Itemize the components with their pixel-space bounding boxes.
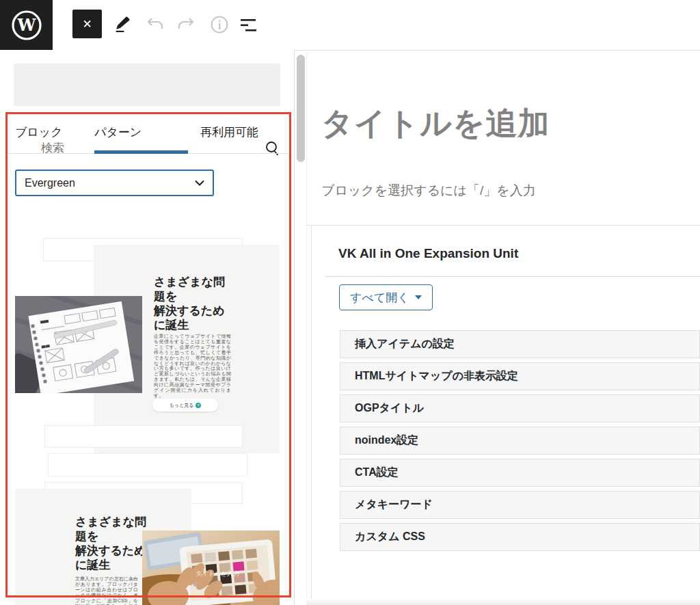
metabox-accordion-row[interactable]: 挿入アイテムの設定 — [340, 330, 700, 358]
pattern-placeholder-bar — [48, 453, 247, 476]
content-metabox-divider — [306, 225, 700, 226]
redo-icon — [177, 17, 195, 32]
inserter-tabs: ブロック パターン 再利用可能 — [6, 113, 288, 154]
more-label: もっと見る — [170, 402, 194, 409]
metabox-accordion-row[interactable]: CTA設定 — [340, 459, 700, 487]
details-button[interactable] — [208, 14, 230, 36]
pattern-category-value: Evergreen — [25, 177, 75, 189]
undo-icon — [146, 17, 164, 32]
expand-all-button[interactable]: すべて開く — [339, 284, 433, 310]
pattern-preview-1[interactable]: タイトルを入力 さまざまな問 題を 解決するため に誕生 企業にとってウェブサイ… — [0, 232, 294, 414]
pattern1-notebook-photo: タイトルを入力 — [15, 296, 142, 393]
tab-reusable[interactable]: 再利用可能 — [200, 124, 258, 140]
wordpress-logo-button[interactable]: W — [0, 0, 53, 51]
undo-button[interactable] — [144, 14, 166, 35]
list-view-button[interactable] — [239, 16, 262, 34]
post-title-input[interactable]: タイトルを追加 — [321, 103, 550, 145]
tab-blocks[interactable]: ブロック — [15, 124, 63, 140]
list-view-icon — [240, 18, 262, 33]
metabox-left-border — [311, 226, 312, 599]
pencil-icon — [113, 14, 132, 33]
pattern-preview-2[interactable]: さまざまな問 題を 解決するため に誕生 文章入力エリアの左右に余白があります。… — [0, 489, 294, 605]
metabox-bottom-edge — [306, 599, 700, 605]
metabox-accordion-row[interactable]: OGPタイトル — [340, 394, 700, 422]
redo-button[interactable] — [175, 14, 197, 35]
metabox-row-label: 挿入アイテムの設定 — [355, 337, 455, 351]
pattern1-more-button: もっと見る + — [152, 399, 218, 412]
metabox-row-label: CTA設定 — [355, 466, 399, 480]
caret-down-icon — [415, 295, 422, 299]
metabox-row-label: HTMLサイトマップの非表示設定 — [355, 369, 518, 384]
chevron-down-icon — [195, 180, 204, 186]
metabox-accordion-row[interactable]: HTMLサイトマップの非表示設定 — [340, 362, 700, 390]
pattern2-title-placeholder: タイトルを入力 — [196, 570, 239, 577]
pattern1-title-placeholder: タイトルを入力 — [37, 342, 76, 348]
pattern-placeholder-bar — [44, 425, 243, 448]
block-inserter-toggle-button[interactable]: ✕ — [72, 10, 102, 38]
metabox-row-label: OGPタイトル — [355, 401, 424, 416]
metabox-accordion-list: 挿入アイテムの設定 HTMLサイトマップの非表示設定 OGPタイトル noind… — [340, 330, 700, 555]
wordpress-block-editor: W ✕ 検索 — [0, 0, 700, 605]
tab-patterns[interactable]: パターン — [94, 124, 142, 140]
pattern2-tablet-photo: タイトルを入力 — [142, 530, 280, 605]
metabox-title: VK All in One Expansion Unit — [338, 246, 518, 261]
pattern1-heading: さまざまな問 題を 解決するため に誕生 — [154, 275, 225, 332]
circle-plus-icon: + — [196, 403, 201, 408]
block-appender-placeholder[interactable]: ブロックを選択するには「/」を入力 — [321, 182, 536, 200]
metabox-row-label: noindex設定 — [355, 433, 418, 448]
pattern-search-input[interactable]: 検索 — [14, 64, 280, 106]
svg-text:W: W — [16, 15, 36, 35]
metabox-accordion-row[interactable]: メタキーワード — [340, 491, 700, 519]
pattern2-heading: さまざまな問 題を 解決するため に誕生 — [75, 515, 146, 572]
info-icon — [210, 15, 229, 34]
sidebar-scrollbar-thumb[interactable] — [297, 55, 305, 162]
metabox-title-divider — [325, 276, 700, 277]
pattern2-body: 文章入力エリアの左右に余白があります。ブロックパターンはの組み合わせはブロックの… — [75, 576, 138, 605]
editor-toolbar — [0, 0, 700, 51]
pattern-category-select[interactable]: Evergreen — [15, 170, 214, 196]
metabox-accordion-row[interactable]: カスタム CSS — [340, 523, 700, 551]
edit-mode-button[interactable] — [111, 12, 134, 36]
metabox-row-label: メタキーワード — [355, 498, 433, 512]
active-tab-indicator — [94, 150, 188, 154]
canvas-left-edge — [306, 50, 307, 605]
pattern1-body: 企業にとってウェブサイトで情報を発信をすることはとても重要なことです。企業のウェ… — [154, 334, 231, 399]
metabox-accordion-row[interactable]: noindex設定 — [340, 427, 700, 455]
expand-all-label: すべて開く — [350, 290, 409, 306]
metabox-row-label: カスタム CSS — [355, 530, 425, 544]
close-icon: ✕ — [82, 17, 92, 31]
wordpress-logo-icon: W — [11, 10, 42, 41]
